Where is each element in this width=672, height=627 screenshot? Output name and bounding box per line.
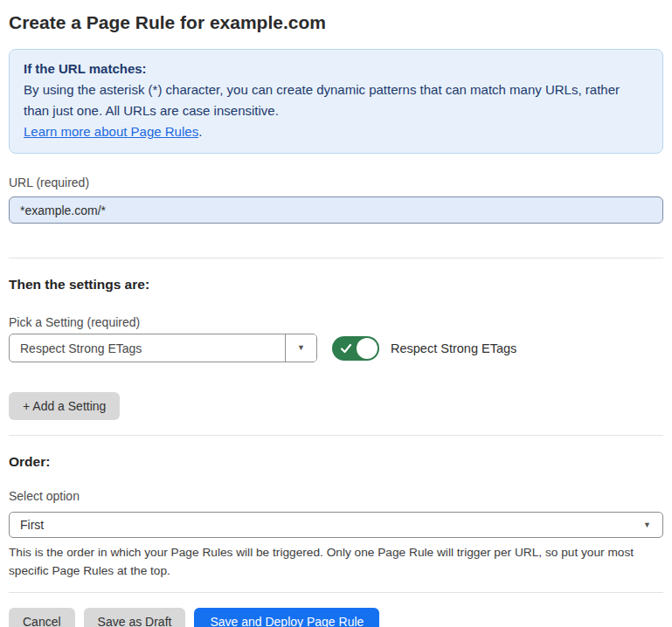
save-as-draft-button[interactable]: Save as Draft [84, 608, 186, 627]
order-select-label: Select option [9, 490, 663, 503]
cancel-button[interactable]: Cancel [9, 608, 75, 627]
info-box-body: By using the asterisk (*) character, you… [24, 79, 648, 121]
order-section-heading: Order: [9, 454, 663, 469]
url-match-info-box: If the URL matches: By using the asteris… [9, 49, 663, 154]
check-icon [340, 342, 352, 355]
pick-setting-label: Pick a Setting (required) [9, 316, 663, 329]
url-input[interactable] [9, 196, 663, 224]
footer-divider [9, 592, 663, 593]
info-link-line: Learn more about Page Rules. [24, 121, 648, 142]
add-setting-button[interactable]: + Add a Setting [9, 392, 120, 420]
setting-select-arrow-button[interactable]: ▼ [285, 334, 316, 362]
order-help-text: This is the order in which your Page Rul… [9, 543, 663, 580]
chevron-down-icon: ▼ [643, 521, 651, 529]
learn-more-link[interactable]: Learn more about Page Rules [24, 124, 198, 139]
chevron-down-icon: ▼ [297, 344, 305, 352]
setting-toggle[interactable] [332, 336, 379, 361]
settings-section-heading: Then the settings are: [9, 277, 663, 292]
form-actions: Cancel Save as Draft Save and Deploy Pag… [9, 608, 663, 627]
order-select-value: First [20, 518, 44, 532]
setting-select[interactable]: Respect Strong ETags ▼ [9, 334, 317, 362]
setting-row: Respect Strong ETags ▼ Respect Strong ET… [9, 334, 663, 362]
setting-toggle-label: Respect Strong ETags [391, 341, 516, 355]
page-title: Create a Page Rule for example.com [9, 10, 663, 34]
toggle-knob [357, 338, 378, 359]
url-field-label: URL (required) [9, 176, 663, 189]
section-divider [9, 258, 663, 258]
order-select[interactable]: First ▼ [9, 512, 663, 538]
info-box-heading: If the URL matches: [24, 59, 648, 79]
link-suffix: . [198, 124, 202, 139]
save-and-deploy-button[interactable]: Save and Deploy Page Rule [194, 608, 379, 627]
page-rule-form: Create a Page Rule for example.com If th… [0, 10, 672, 627]
setting-select-value: Respect Strong ETags [10, 334, 285, 362]
section-divider [9, 435, 663, 436]
